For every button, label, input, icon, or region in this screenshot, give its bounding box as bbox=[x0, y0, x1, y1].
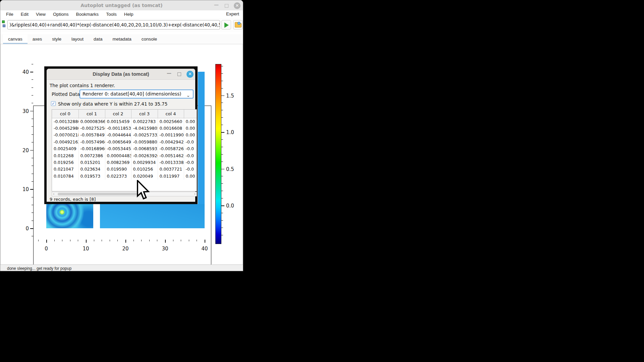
dialog-title: Display Data (as tomcat) bbox=[47, 71, 195, 77]
chevron-down-icon[interactable]: ⌄ bbox=[212, 22, 216, 26]
column-header[interactable] bbox=[184, 110, 197, 118]
table-row[interactable]: -0.00492163...-0.00574966...-0.00656494.… bbox=[52, 138, 197, 145]
dialog-maximize-icon[interactable] bbox=[177, 72, 181, 76]
data-table[interactable]: col 0col 1col 2col 3col 4-0.00132880...0… bbox=[52, 109, 197, 191]
colorbar-tick bbox=[221, 66, 223, 66]
table-row[interactable]: 0.0210470.0236340.0195900.0102560.003772… bbox=[52, 166, 197, 173]
table-row[interactable]: 0.0025409-0.00168966...-0.00534458...-0.… bbox=[52, 145, 197, 152]
table-cell: -0.0 bbox=[184, 138, 197, 145]
tab-style[interactable]: style bbox=[47, 35, 66, 44]
colorbar-tick bbox=[221, 213, 223, 213]
column-header[interactable]: col 2 bbox=[105, 110, 131, 118]
table-row[interactable]: 0.0107840.0195730.0223730.0200490.011997… bbox=[52, 173, 197, 179]
column-header[interactable]: col 3 bbox=[131, 110, 158, 118]
records-summary: 9 records, each is [8] bbox=[50, 197, 96, 202]
colorbar-tick-label: 1.0 bbox=[226, 129, 234, 135]
table-cell: -0.00275250... bbox=[78, 125, 105, 131]
colorbar-tick-label: 1.5 bbox=[226, 93, 234, 99]
horizontal-scrollbar[interactable]: ‹ › bbox=[52, 192, 197, 196]
table-cell: 0.00 bbox=[184, 132, 197, 138]
column-header[interactable]: col 4 bbox=[158, 110, 184, 118]
window-titlebar[interactable]: Autoplot untagged (as tomcat) — ✕ bbox=[0, 0, 243, 10]
go-button[interactable] bbox=[221, 20, 231, 29]
dialog-minimize-icon[interactable]: — bbox=[167, 70, 171, 76]
window-title: Autoplot untagged (as tomcat) bbox=[0, 3, 243, 8]
colorbar-tick bbox=[221, 169, 224, 170]
column-header[interactable]: col 0 bbox=[52, 110, 78, 118]
plotted-data-select[interactable]: Renderer 0: dataset[40,40] (dimensionles… bbox=[79, 89, 194, 99]
column-header[interactable]: col 1 bbox=[78, 110, 105, 118]
table-row[interactable]: -0.00452980...-0.00275250...-0.00118539.… bbox=[52, 125, 197, 131]
open-file-button[interactable] bbox=[233, 20, 243, 29]
tab-metadata[interactable]: metadata bbox=[107, 35, 136, 44]
table-row[interactable]: -0.00700218...-0.00578497...-0.00446446.… bbox=[52, 132, 197, 138]
axis-tick bbox=[32, 64, 33, 64]
table-cell: -0.0 bbox=[184, 145, 197, 152]
axis-tick-label: 30 bbox=[17, 108, 29, 114]
colorbar-tick bbox=[221, 103, 223, 103]
table-cell: -0.00119907... bbox=[158, 132, 184, 138]
scrollbar-thumb[interactable] bbox=[58, 193, 142, 195]
menu-file[interactable]: File bbox=[2, 11, 17, 17]
expert-toggle[interactable]: Expert bbox=[226, 11, 239, 16]
table-cell: 0.000044839 bbox=[105, 152, 131, 159]
table-row[interactable]: 0.0192560.0152010.00823690.0029934-0.001… bbox=[52, 159, 197, 166]
colorbar-tick bbox=[221, 81, 223, 81]
close-icon[interactable]: ✕ bbox=[234, 2, 240, 9]
plotted-data-value: Renderer 0: dataset[40,40] (dimensionles… bbox=[83, 91, 181, 97]
menu-edit[interactable]: Edit bbox=[17, 11, 32, 17]
table-row[interactable]: -0.00132880...0.0000836620.00154590.0022… bbox=[52, 118, 197, 125]
axis-tick bbox=[157, 240, 157, 241]
tab-console[interactable]: console bbox=[137, 35, 162, 44]
axis-tick bbox=[30, 189, 33, 190]
table-cell: -0.00133386... bbox=[158, 159, 184, 166]
colorbar-tick bbox=[221, 88, 223, 88]
axis-tick bbox=[32, 142, 33, 142]
filter-checkbox[interactable]: ✓ bbox=[51, 101, 56, 106]
dialog-close-icon[interactable]: ✕ bbox=[186, 71, 194, 78]
minimize-icon[interactable]: — bbox=[214, 2, 219, 7]
axis-tick-label: 30 bbox=[158, 246, 172, 252]
colorbar bbox=[215, 64, 221, 244]
menu-bookmarks[interactable]: Bookmarks bbox=[72, 11, 103, 17]
axis-tick bbox=[32, 158, 33, 158]
axis-tick-label: 20 bbox=[119, 246, 132, 252]
uri-input[interactable]: )&ripples(40,40)+rand(40,40)*(exp(-dista… bbox=[7, 20, 220, 29]
axis-tick bbox=[32, 174, 33, 174]
table-row[interactable]: 0.0122680.00723860.000044839-0.00263926.… bbox=[52, 152, 197, 159]
menu-tools[interactable]: Tools bbox=[102, 11, 120, 17]
axis-tick bbox=[62, 240, 62, 241]
address-bar-row: )&ripples(40,40)+rand(40,40)*(exp(-dista… bbox=[0, 18, 243, 32]
axis-tick bbox=[30, 72, 33, 72]
axis-tick bbox=[32, 103, 33, 103]
menu-view[interactable]: View bbox=[32, 11, 49, 17]
heatmap-plain-tile bbox=[100, 204, 205, 228]
axis-tick bbox=[32, 134, 33, 135]
axis-tick bbox=[102, 240, 102, 241]
tab-data[interactable]: data bbox=[89, 35, 107, 44]
axis-tick bbox=[78, 240, 78, 241]
menu-help[interactable]: Help bbox=[120, 11, 137, 17]
mouse-cursor bbox=[136, 180, 151, 201]
maximize-icon[interactable] bbox=[225, 4, 228, 8]
magnifier-icon bbox=[237, 22, 240, 25]
axis-tick bbox=[189, 240, 189, 241]
tab-layout[interactable]: layout bbox=[66, 35, 89, 44]
colorbar-tick bbox=[221, 125, 223, 125]
table-cell: -0.00685931... bbox=[131, 145, 158, 152]
menu-options[interactable]: Options bbox=[49, 11, 72, 17]
table-cell: 0.011997 bbox=[158, 173, 184, 179]
colorbar-tick bbox=[221, 110, 223, 110]
tab-axes[interactable]: axes bbox=[28, 35, 47, 44]
scroll-right-icon[interactable]: › bbox=[194, 192, 196, 196]
tab-canvas[interactable]: canvas bbox=[3, 35, 28, 44]
scroll-left-icon[interactable]: ‹ bbox=[53, 192, 54, 196]
table-cell: 0.0037721 bbox=[158, 166, 184, 173]
display-data-dialog-frame: Display Data (as tomcat) — ✕ The plot co… bbox=[44, 66, 198, 204]
axis-tick bbox=[32, 213, 33, 213]
heatmap-ripple-tile bbox=[46, 204, 93, 228]
table-cell: 0.022373 bbox=[105, 173, 131, 179]
table-cell: -0.00446446... bbox=[105, 132, 131, 138]
axis-tick bbox=[32, 221, 33, 221]
dialog-titlebar[interactable]: Display Data (as tomcat) — ✕ bbox=[47, 69, 195, 80]
